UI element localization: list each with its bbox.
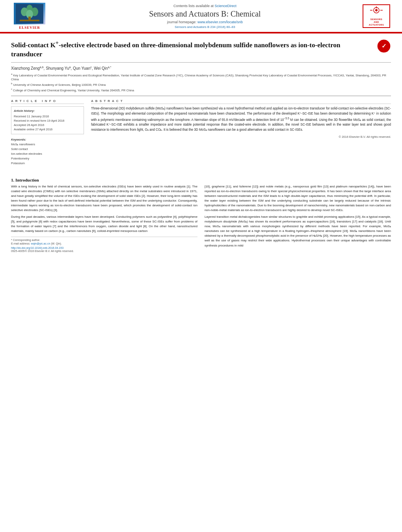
svg-rect-6	[20, 20, 39, 21]
section-1-title: 1. Introduction	[11, 178, 391, 182]
intro-para-1: With a long history in the field of chem…	[11, 184, 197, 213]
crossmark-badge[interactable]: ✓ CrossMark	[377, 39, 391, 53]
elsevier-text: ELSEVIER	[19, 26, 40, 30]
footnote-email: E-mail address: wqin@yic.ac.cn (W. Qin).	[11, 242, 197, 245]
journal-ref: Sensors and Actuators B 234 (2016) 80–83	[175, 25, 235, 29]
keyword-5: Potassium	[11, 161, 84, 166]
contents-label: Contents lists available at	[173, 4, 214, 8]
intro-para-3: [10], graphene [11], and fullerene [12])…	[205, 184, 391, 213]
journal-header: ELSEVIER Contents lists available at Sci…	[0, 0, 402, 33]
homepage-url[interactable]: www.elsevier.com/locate/snb	[197, 20, 243, 24]
keywords-block: Keywords: MoS₂ nanoflowers Solid contact…	[11, 137, 84, 166]
journal-center: Contents lists available at ScienceDirec…	[51, 2, 359, 32]
body-two-col: With a long history in the field of chem…	[11, 184, 391, 253]
main-content: 1. Introduction With a long history in t…	[0, 170, 402, 257]
online-date: Available online 27 April 2016	[14, 127, 81, 132]
svg-text:CrossMark: CrossMark	[380, 50, 387, 52]
keywords-label: Keywords:	[11, 137, 84, 142]
svg-text:✓: ✓	[382, 43, 387, 49]
affiliations: a Key Laboratory of Coastal Environmenta…	[11, 72, 391, 93]
email-link[interactable]: wqin@yic.ac.cn	[31, 242, 50, 245]
body-col-left: With a long history in the field of chem…	[11, 184, 197, 253]
revised-date: Received in revised form 19 April 2016	[14, 119, 81, 123]
page: ELSEVIER Contents lists available at Sci…	[0, 0, 402, 256]
svg-point-9	[375, 9, 378, 11]
article-history-label: Article history:	[14, 109, 81, 113]
sensors-logo-text: SENSORSANDACTUATORS	[369, 18, 384, 26]
keyword-2: Solid contact	[11, 147, 84, 152]
elsevier-tree-svg	[16, 4, 43, 24]
footnote-corresponding: * Corresponding author.	[11, 239, 197, 241]
keyword-4: Potentiometry	[11, 156, 84, 161]
keyword-3: Ion-selective electrodes	[11, 152, 84, 156]
copyright-line: © 2016 Elsevier B.V. All rights reserved…	[91, 135, 391, 139]
right-column: A B S T R A C T Three-dimensional (3D) m…	[91, 99, 391, 165]
sciencedirect-link[interactable]: ScienceDirect	[215, 4, 237, 8]
affil-c: c College of Chemistry and Chemical Engi…	[11, 87, 391, 93]
sensors-logo-svg	[368, 6, 384, 17]
received-date: Received 11 January 2016	[14, 114, 81, 119]
left-column: A R T I C L E I N F O Article history: R…	[11, 99, 84, 165]
issn-line: 0925-4005/© 2016 Elsevier B.V. All right…	[11, 250, 197, 252]
article-title-area: Solid-contact K+-selective electrode bas…	[11, 39, 391, 63]
homepage-label: journal homepage:	[167, 20, 197, 24]
affil-a: a Key Laboratory of Coastal Environmenta…	[11, 72, 391, 82]
body-col-right: [10], graphene [11], and fullerene [12])…	[205, 184, 391, 253]
article-info-block: Article history: Received 11 January 201…	[11, 106, 84, 134]
authors-line: Xianzhong Zenga,b, Shunyang Yua, Qun Yua…	[11, 66, 391, 70]
intro-para-4: Layered transition metal dichalcogenides…	[205, 215, 391, 248]
intro-para-2: During the past decades, various interme…	[11, 215, 197, 234]
doi-line[interactable]: http://dx.doi.org/10.1016/j.snb.2016.04.…	[11, 247, 197, 249]
footnote-area: * Corresponding author. E-mail address: …	[11, 237, 197, 245]
accepted-date: Accepted 26 April 2016	[14, 123, 81, 127]
article-body: Solid-contact K+-selective electrode bas…	[0, 33, 402, 170]
article-info-abstract: A R T I C L E I N F O Article history: R…	[11, 96, 391, 165]
sensors-logo-inner: SENSORSANDACTUATORS	[363, 4, 390, 28]
elsevier-logo: ELSEVIER	[8, 2, 51, 32]
journal-title: Sensors and Actuators B: Chemical	[149, 9, 261, 19]
article-info-heading: A R T I C L E I N F O	[11, 99, 84, 104]
crossmark-svg: ✓ CrossMark	[377, 39, 391, 53]
abstract-heading: A B S T R A C T	[91, 99, 391, 104]
journal-homepage: journal homepage: www.elsevier.com/locat…	[167, 20, 243, 24]
sciencedirect-line: Contents lists available at ScienceDirec…	[173, 4, 236, 8]
keyword-1: MoS₂ nanoflowers	[11, 142, 84, 147]
elsevier-logo-box	[14, 3, 45, 24]
sensors-logo-box: SENSORSANDACTUATORS	[359, 2, 394, 32]
article-title: Solid-contact K+-selective electrode bas…	[11, 39, 373, 59]
abstract-text: Three-dimensional (3D) molybdenum sulfid…	[91, 106, 391, 132]
affil-b: b University of Chinese Academy of Scien…	[11, 82, 391, 87]
